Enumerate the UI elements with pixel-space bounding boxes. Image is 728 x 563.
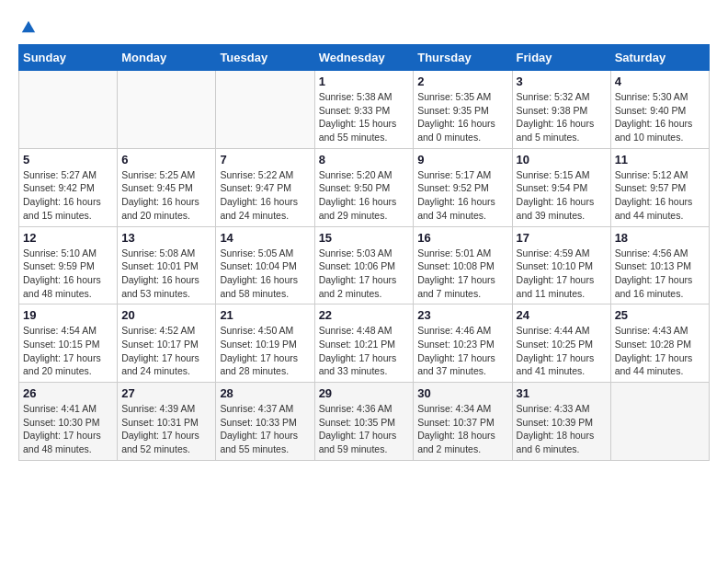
calendar-cell: 13Sunrise: 5:08 AM Sunset: 10:01 PM Dayl… xyxy=(118,226,216,304)
calendar-cell: 22Sunrise: 4:48 AM Sunset: 10:21 PM Dayl… xyxy=(314,304,414,383)
calendar-cell: 11Sunrise: 5:12 AM Sunset: 9:57 PM Dayli… xyxy=(610,148,709,226)
day-number: 28 xyxy=(220,386,310,400)
day-number: 16 xyxy=(417,231,507,245)
day-number: 17 xyxy=(517,231,607,245)
day-number: 5 xyxy=(23,153,113,167)
logo-icon xyxy=(20,18,37,35)
calendar: SundayMondayTuesdayWednesdayThursdayFrid… xyxy=(18,44,710,461)
day-info: Sunrise: 4:50 AM Sunset: 10:19 PM Daylig… xyxy=(220,324,310,378)
calendar-cell: 12Sunrise: 5:10 AM Sunset: 9:59 PM Dayli… xyxy=(19,226,118,304)
day-info: Sunrise: 5:12 AM Sunset: 9:57 PM Dayligh… xyxy=(615,168,705,223)
day-info: Sunrise: 4:46 AM Sunset: 10:23 PM Daylig… xyxy=(417,324,507,378)
day-number: 19 xyxy=(23,308,113,322)
day-number: 10 xyxy=(517,153,607,167)
day-info: Sunrise: 5:30 AM Sunset: 9:40 PM Dayligh… xyxy=(615,90,705,144)
weekday-wednesday: Wednesday xyxy=(314,45,414,71)
day-number: 25 xyxy=(615,308,705,322)
day-number: 22 xyxy=(319,308,410,322)
day-info: Sunrise: 5:03 AM Sunset: 10:06 PM Daylig… xyxy=(319,247,410,301)
calendar-cell: 25Sunrise: 4:43 AM Sunset: 10:28 PM Dayl… xyxy=(610,304,709,383)
day-number: 26 xyxy=(23,386,113,400)
day-info: Sunrise: 4:43 AM Sunset: 10:28 PM Daylig… xyxy=(615,324,705,378)
day-number: 20 xyxy=(121,308,211,322)
day-number: 21 xyxy=(220,308,310,322)
day-info: Sunrise: 4:39 AM Sunset: 10:31 PM Daylig… xyxy=(121,402,211,456)
calendar-cell: 19Sunrise: 4:54 AM Sunset: 10:15 PM Dayl… xyxy=(19,304,118,383)
day-info: Sunrise: 5:05 AM Sunset: 10:04 PM Daylig… xyxy=(220,247,310,301)
day-info: Sunrise: 4:44 AM Sunset: 10:25 PM Daylig… xyxy=(517,324,607,378)
weekday-friday: Friday xyxy=(512,45,610,71)
calendar-cell: 1Sunrise: 5:38 AM Sunset: 9:33 PM Daylig… xyxy=(314,71,414,149)
day-info: Sunrise: 4:54 AM Sunset: 10:15 PM Daylig… xyxy=(23,324,113,378)
day-number: 24 xyxy=(517,308,607,322)
day-info: Sunrise: 5:08 AM Sunset: 10:01 PM Daylig… xyxy=(121,247,211,301)
day-number: 8 xyxy=(319,153,410,167)
day-number: 29 xyxy=(319,386,410,400)
day-info: Sunrise: 5:20 AM Sunset: 9:50 PM Dayligh… xyxy=(319,168,410,223)
calendar-cell: 21Sunrise: 4:50 AM Sunset: 10:19 PM Dayl… xyxy=(216,304,314,383)
week-row-4: 19Sunrise: 4:54 AM Sunset: 10:15 PM Dayl… xyxy=(19,304,710,383)
calendar-cell: 8Sunrise: 5:20 AM Sunset: 9:50 PM Daylig… xyxy=(314,148,414,226)
day-info: Sunrise: 4:41 AM Sunset: 10:30 PM Daylig… xyxy=(23,402,113,456)
calendar-cell: 29Sunrise: 4:36 AM Sunset: 10:35 PM Dayl… xyxy=(314,383,414,461)
day-number: 7 xyxy=(220,153,310,167)
calendar-cell: 18Sunrise: 4:56 AM Sunset: 10:13 PM Dayl… xyxy=(610,226,709,304)
calendar-cell: 5Sunrise: 5:27 AM Sunset: 9:42 PM Daylig… xyxy=(19,148,118,226)
day-info: Sunrise: 4:56 AM Sunset: 10:13 PM Daylig… xyxy=(615,247,705,301)
weekday-saturday: Saturday xyxy=(610,45,709,71)
calendar-cell xyxy=(19,71,118,149)
day-info: Sunrise: 5:25 AM Sunset: 9:45 PM Dayligh… xyxy=(121,168,211,223)
calendar-cell: 3Sunrise: 5:32 AM Sunset: 9:38 PM Daylig… xyxy=(512,71,610,149)
day-number: 11 xyxy=(615,153,705,167)
day-number: 6 xyxy=(121,153,211,167)
weekday-header-row: SundayMondayTuesdayWednesdayThursdayFrid… xyxy=(19,45,710,71)
calendar-cell: 28Sunrise: 4:37 AM Sunset: 10:33 PM Dayl… xyxy=(216,383,314,461)
calendar-cell: 30Sunrise: 4:34 AM Sunset: 10:37 PM Dayl… xyxy=(414,383,512,461)
day-number: 15 xyxy=(319,231,410,245)
calendar-cell: 9Sunrise: 5:17 AM Sunset: 9:52 PM Daylig… xyxy=(414,148,512,226)
day-number: 3 xyxy=(517,75,607,88)
day-number: 13 xyxy=(121,231,211,245)
day-number: 27 xyxy=(121,386,211,400)
calendar-cell: 15Sunrise: 5:03 AM Sunset: 10:06 PM Dayl… xyxy=(314,226,414,304)
weekday-sunday: Sunday xyxy=(19,45,118,71)
calendar-cell: 6Sunrise: 5:25 AM Sunset: 9:45 PM Daylig… xyxy=(118,148,216,226)
calendar-cell: 2Sunrise: 5:35 AM Sunset: 9:35 PM Daylig… xyxy=(414,71,512,149)
day-info: Sunrise: 4:33 AM Sunset: 10:39 PM Daylig… xyxy=(517,402,607,456)
day-info: Sunrise: 5:17 AM Sunset: 9:52 PM Dayligh… xyxy=(417,168,507,223)
weekday-monday: Monday xyxy=(118,45,216,71)
week-row-3: 12Sunrise: 5:10 AM Sunset: 9:59 PM Dayli… xyxy=(19,226,710,304)
week-row-2: 5Sunrise: 5:27 AM Sunset: 9:42 PM Daylig… xyxy=(19,148,710,226)
day-number: 23 xyxy=(417,308,507,322)
day-info: Sunrise: 5:22 AM Sunset: 9:47 PM Dayligh… xyxy=(220,168,310,223)
calendar-body: 1Sunrise: 5:38 AM Sunset: 9:33 PM Daylig… xyxy=(19,71,710,461)
calendar-cell: 16Sunrise: 5:01 AM Sunset: 10:08 PM Dayl… xyxy=(414,226,512,304)
day-info: Sunrise: 5:10 AM Sunset: 9:59 PM Dayligh… xyxy=(23,247,113,301)
calendar-cell: 10Sunrise: 5:15 AM Sunset: 9:54 PM Dayli… xyxy=(512,148,610,226)
calendar-cell: 31Sunrise: 4:33 AM Sunset: 10:39 PM Dayl… xyxy=(512,383,610,461)
day-info: Sunrise: 5:01 AM Sunset: 10:08 PM Daylig… xyxy=(417,247,507,301)
calendar-cell xyxy=(118,71,216,149)
day-number: 12 xyxy=(23,231,113,245)
calendar-cell: 23Sunrise: 4:46 AM Sunset: 10:23 PM Dayl… xyxy=(414,304,512,383)
day-info: Sunrise: 5:32 AM Sunset: 9:38 PM Dayligh… xyxy=(517,90,607,144)
day-info: Sunrise: 4:59 AM Sunset: 10:10 PM Daylig… xyxy=(517,247,607,301)
day-info: Sunrise: 5:15 AM Sunset: 9:54 PM Dayligh… xyxy=(517,168,607,223)
week-row-1: 1Sunrise: 5:38 AM Sunset: 9:33 PM Daylig… xyxy=(19,71,710,149)
day-number: 2 xyxy=(417,75,507,88)
day-info: Sunrise: 4:36 AM Sunset: 10:35 PM Daylig… xyxy=(319,402,410,456)
calendar-cell: 20Sunrise: 4:52 AM Sunset: 10:17 PM Dayl… xyxy=(118,304,216,383)
day-info: Sunrise: 4:37 AM Sunset: 10:33 PM Daylig… xyxy=(220,402,310,456)
day-info: Sunrise: 5:38 AM Sunset: 9:33 PM Dayligh… xyxy=(319,90,410,144)
calendar-cell: 14Sunrise: 5:05 AM Sunset: 10:04 PM Dayl… xyxy=(216,226,314,304)
weekday-thursday: Thursday xyxy=(414,45,512,71)
calendar-cell: 4Sunrise: 5:30 AM Sunset: 9:40 PM Daylig… xyxy=(610,71,709,149)
week-row-5: 26Sunrise: 4:41 AM Sunset: 10:30 PM Dayl… xyxy=(19,383,710,461)
day-info: Sunrise: 5:35 AM Sunset: 9:35 PM Dayligh… xyxy=(417,90,507,144)
day-number: 30 xyxy=(417,386,507,400)
day-number: 4 xyxy=(615,75,705,88)
day-info: Sunrise: 5:27 AM Sunset: 9:42 PM Dayligh… xyxy=(23,168,113,223)
day-info: Sunrise: 4:34 AM Sunset: 10:37 PM Daylig… xyxy=(417,402,507,456)
logo xyxy=(18,18,37,35)
calendar-cell: 17Sunrise: 4:59 AM Sunset: 10:10 PM Dayl… xyxy=(512,226,610,304)
